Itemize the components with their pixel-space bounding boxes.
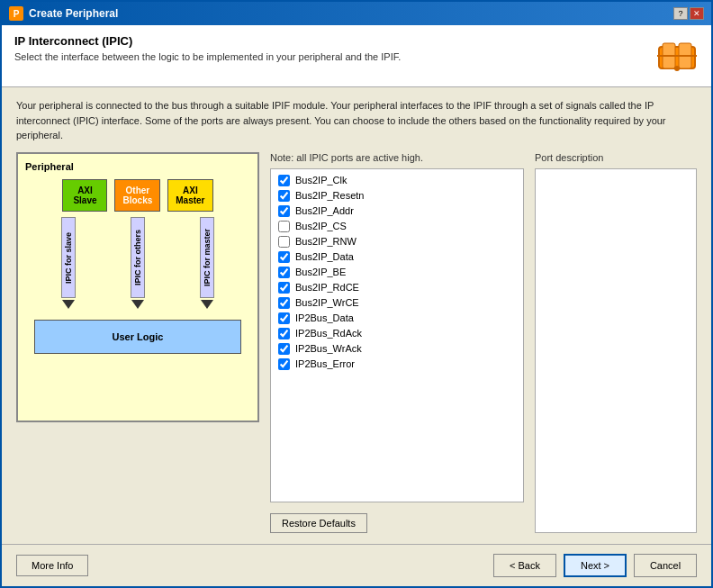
window-title: Create Peripheral xyxy=(29,7,118,20)
port-item[interactable]: IP2Bus_Data xyxy=(275,311,519,326)
port-checkbox[interactable] xyxy=(278,190,290,202)
ipic-others-label: IPIC for others xyxy=(131,217,145,298)
other-blocks-block: OtherBlocks xyxy=(114,179,160,212)
port-label: Bus2IP_RNW xyxy=(295,236,356,247)
port-checkbox[interactable] xyxy=(278,205,290,217)
back-button[interactable]: < Back xyxy=(493,554,556,577)
blocks-row: AXISlave OtherBlocks AXIMaster xyxy=(25,179,250,212)
port-label: IP2Bus_Data xyxy=(295,312,354,323)
port-item[interactable]: Bus2IP_RNW xyxy=(275,234,519,249)
port-label: IP2Bus_RdAck xyxy=(295,328,362,339)
title-controls: ? ✕ xyxy=(673,7,704,20)
port-item[interactable]: Bus2IP_WrCE xyxy=(275,295,519,311)
main-window: P Create Peripheral ? ✕ IP Interconnect … xyxy=(0,0,713,588)
port-checkbox[interactable] xyxy=(278,297,290,309)
axi-slave-block: AXISlave xyxy=(62,179,107,212)
footer: More Info < Back Next > Cancel xyxy=(2,544,711,586)
port-description-box xyxy=(535,168,697,534)
port-item[interactable]: Bus2IP_RdCE xyxy=(275,280,519,295)
ipic-slave-label: IPIC for slave xyxy=(61,217,76,298)
port-checkbox[interactable] xyxy=(278,343,290,355)
next-button[interactable]: Next > xyxy=(564,554,627,577)
port-label: Bus2IP_WrCE xyxy=(295,297,359,308)
ports-note: Note: all IPIC ports are active high. xyxy=(270,152,524,163)
svg-text:P: P xyxy=(14,9,20,19)
port-item[interactable]: Bus2IP_Data xyxy=(275,249,519,265)
arrow-down-master xyxy=(201,300,213,309)
port-label: Bus2IP_Data xyxy=(295,251,354,262)
header-section: IP Interconnect (IPIC) Select the interf… xyxy=(2,25,711,87)
peripheral-label: Peripheral xyxy=(25,161,250,172)
port-checkbox[interactable] xyxy=(278,358,290,370)
ipic-master-label: IPIC for master xyxy=(200,217,214,298)
footer-left: More Info xyxy=(16,555,88,576)
port-description-label: Port description xyxy=(535,152,697,163)
header-title: IP Interconnect (IPIC) xyxy=(14,34,401,48)
port-checkbox[interactable] xyxy=(278,328,290,339)
port-label: Bus2IP_CS xyxy=(295,221,347,231)
header-subtitle: Select the interface between the logic t… xyxy=(14,51,401,62)
help-title-button[interactable]: ? xyxy=(673,7,688,20)
right-panels: Note: all IPIC ports are active high. Bu… xyxy=(270,152,697,534)
port-label: Bus2IP_Resetn xyxy=(295,190,364,201)
port-item[interactable]: IP2Bus_WrAck xyxy=(275,341,519,357)
port-item[interactable]: IP2Bus_Error xyxy=(275,357,519,372)
port-label: IP2Bus_Error xyxy=(295,358,355,369)
port-item[interactable]: Bus2IP_CS xyxy=(275,219,519,234)
content-area: Your peripheral is connected to the bus … xyxy=(2,87,711,544)
arrow-down-others xyxy=(131,300,144,309)
port-label: Bus2IP_BE xyxy=(295,267,346,277)
arrow-col-master: IPIC for master xyxy=(200,217,214,309)
port-checkbox[interactable] xyxy=(278,312,290,324)
port-item[interactable]: Bus2IP_Clk xyxy=(275,173,519,188)
port-item[interactable]: IP2Bus_RdAck xyxy=(275,326,519,341)
restore-defaults-button[interactable]: Restore Defaults xyxy=(270,513,367,533)
cancel-button[interactable]: Cancel xyxy=(634,554,697,577)
more-info-button[interactable]: More Info xyxy=(16,555,88,576)
port-item[interactable]: Bus2IP_BE xyxy=(275,265,519,280)
header-icon xyxy=(655,34,699,77)
port-checkbox[interactable] xyxy=(278,282,290,294)
footer-right: < Back Next > Cancel xyxy=(493,554,697,577)
port-label: Bus2IP_Clk xyxy=(295,175,347,185)
port-item[interactable]: Bus2IP_Resetn xyxy=(275,188,519,204)
arrow-col-others: IPIC for others xyxy=(131,217,145,309)
port-checkbox[interactable] xyxy=(278,175,290,186)
header-text-area: IP Interconnect (IPIC) Select the interf… xyxy=(14,34,401,62)
port-description-panel: Port description xyxy=(535,152,697,534)
port-checkbox[interactable] xyxy=(278,221,290,232)
peripheral-box: Peripheral AXISlave OtherBlocks AXIMaste… xyxy=(16,152,259,422)
port-checkbox[interactable] xyxy=(278,236,290,248)
port-item[interactable]: Bus2IP_Addr xyxy=(275,204,519,219)
port-label: Bus2IP_RdCE xyxy=(295,282,359,293)
description-text: Your peripheral is connected to the bus … xyxy=(16,98,697,143)
user-logic-box: User Logic xyxy=(34,320,241,354)
title-bar: P Create Peripheral ? ✕ xyxy=(2,2,711,25)
peripheral-diagram: Peripheral AXISlave OtherBlocks AXIMaste… xyxy=(16,152,259,534)
svg-point-6 xyxy=(674,66,680,71)
port-label: IP2Bus_WrAck xyxy=(295,343,362,354)
port-checkbox[interactable] xyxy=(278,251,290,263)
port-label: Bus2IP_Addr xyxy=(295,205,354,216)
arrow-col-slave: IPIC for slave xyxy=(61,217,76,309)
axi-master-block: AXIMaster xyxy=(167,179,212,212)
close-button[interactable]: ✕ xyxy=(690,7,704,20)
app-icon: P xyxy=(9,6,23,21)
title-bar-left: P Create Peripheral xyxy=(9,6,118,21)
main-area: Peripheral AXISlave OtherBlocks AXIMaste… xyxy=(16,152,697,534)
ports-panel: Note: all IPIC ports are active high. Bu… xyxy=(270,152,524,534)
ports-list[interactable]: Bus2IP_ClkBus2IP_ResetnBus2IP_AddrBus2IP… xyxy=(270,168,524,503)
arrow-down-slave xyxy=(62,300,75,309)
arrows-row: IPIC for slave IPIC for others IPIC for … xyxy=(34,217,241,316)
port-checkbox[interactable] xyxy=(278,267,290,278)
